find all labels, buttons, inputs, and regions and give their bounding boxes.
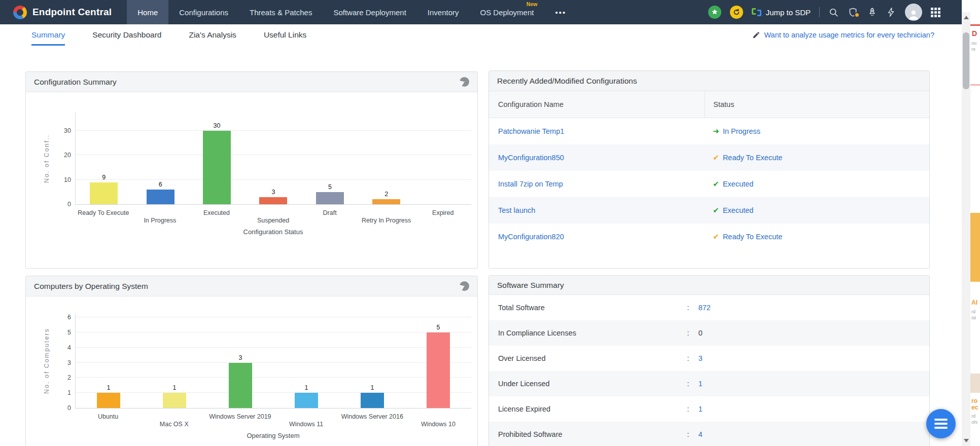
recent-configurations-rows: Patchowanie Temp1➜In ProgressMyConfigura… — [489, 118, 929, 250]
summary-colon: : — [687, 405, 689, 413]
side-panel-fragment: rd — [970, 414, 980, 419]
y-tick-label: 2 — [67, 374, 71, 381]
bar-value-label: 9 — [102, 174, 106, 181]
x-tick-label: Expired — [432, 209, 453, 216]
nav-item-inventory[interactable]: Inventory — [417, 0, 470, 24]
software-summary-rows: Total Software:872In Compliance Licenses… — [489, 295, 929, 446]
usage-metrics-link[interactable]: Want to analyze usage metrics for every … — [764, 31, 934, 39]
nav-item-os-deployment[interactable]: OS DeploymentNew — [470, 0, 545, 24]
bar-windows-10[interactable] — [427, 332, 450, 408]
summary-value[interactable]: 872 — [698, 304, 711, 312]
configuration-name-link[interactable]: MyConfiguration820 — [489, 233, 705, 241]
column-header-status: Status — [705, 91, 929, 118]
bars-layer: 113115 — [76, 313, 471, 408]
scrollbar-thumb[interactable] — [963, 32, 969, 89]
floating-menu-button[interactable] — [926, 409, 956, 438]
scrollbar-down-arrow[interactable] — [964, 439, 969, 442]
side-panel-fragment — [970, 24, 980, 26]
tab-useful-links[interactable]: Useful Links — [264, 24, 306, 46]
tab-security-dashboard[interactable]: Security Dashboard — [92, 24, 161, 46]
bar-windows-11[interactable] — [295, 393, 318, 408]
bar-suspended[interactable] — [259, 197, 287, 204]
summary-colon: : — [687, 354, 689, 362]
y-axis-title: No. of Computers — [43, 313, 50, 408]
top-navbar: Endpoint Central HomeConfigurationsThrea… — [0, 0, 962, 24]
summary-label: In Compliance Licenses — [489, 329, 687, 337]
summary-value[interactable]: 1 — [698, 380, 703, 388]
bar-draft[interactable] — [316, 192, 344, 204]
nav-item-software-deployment[interactable]: Software Deployment — [323, 0, 416, 24]
summary-colon: : — [687, 329, 689, 337]
summary-value[interactable]: 4 — [698, 430, 703, 438]
x-tick-label: Windows 10 — [421, 421, 456, 428]
page-scrollbar[interactable] — [962, 12, 970, 446]
search-icon[interactable] — [828, 7, 839, 18]
dashboard-tabbar: SummarySecurity DashboardZia's AnalysisU… — [0, 24, 962, 46]
bar-slot-executed: 30 — [189, 113, 245, 204]
status-text: In Progress — [723, 127, 760, 135]
rocket-icon[interactable] — [867, 7, 878, 18]
bar-value-label: 3 — [239, 354, 242, 361]
tab-summary[interactable]: Summary — [31, 24, 65, 46]
jump-to-sdp[interactable]: Jump to SDP — [752, 7, 811, 17]
status-cell: ✔Executed — [705, 179, 929, 189]
bar-retry-in-progress[interactable] — [372, 199, 400, 204]
plot-area: 01020309630352 — [75, 113, 471, 205]
nav-item-label: OS Deployment — [480, 8, 534, 17]
bar-value-label: 6 — [159, 181, 162, 188]
card-header: Configuration Summary — [26, 72, 477, 92]
bar-slot-ubuntu: 1 — [76, 313, 142, 408]
bar-mac-os-x[interactable] — [163, 393, 186, 408]
bar-windows-server-2019[interactable] — [229, 363, 252, 408]
bar-ready-to-execute[interactable] — [90, 182, 118, 204]
refresh-icon[interactable] — [730, 6, 743, 19]
y-tick-label: 10 — [64, 176, 71, 183]
bar-value-label: 5 — [437, 324, 440, 331]
clipped-side-panel: DoureAIrdistroecrdohi — [970, 0, 980, 446]
x-tick-label: Mac OS X — [160, 421, 189, 428]
side-panel-fragment: ist — [970, 315, 980, 320]
table-row: Test launch✔Executed — [489, 197, 929, 224]
configuration-name-link[interactable]: MyConfiguration850 — [489, 154, 705, 162]
apps-grid-icon[interactable] — [931, 8, 940, 17]
check-icon: ✔ — [713, 153, 719, 162]
user-avatar[interactable] — [905, 4, 922, 21]
side-panel-fragment: re — [970, 47, 980, 52]
configuration-name-link[interactable]: Install 7zip on Temp — [489, 180, 705, 188]
x-label-slot: In Progress — [132, 207, 189, 226]
summary-label: Prohibited Software — [489, 430, 687, 438]
navbar-actions: Jump to SDP — [708, 0, 962, 24]
column-header-configuration-name: Configuration Name — [489, 91, 705, 118]
pie-chart-toggle-icon[interactable] — [460, 281, 469, 291]
summary-label: Under Licensed — [489, 380, 687, 388]
status-text: Ready To Execute — [723, 233, 782, 241]
bar-ubuntu[interactable] — [97, 393, 120, 408]
summary-row: Total Software:872 — [489, 295, 929, 320]
tab-zia-s-analysis[interactable]: Zia's Analysis — [189, 24, 236, 46]
nav-item-home[interactable]: Home — [127, 0, 168, 24]
configuration-name-link[interactable]: Test launch — [489, 206, 705, 214]
nav-item-threats-patches[interactable]: Threats & Patches — [239, 0, 323, 24]
bar-executed[interactable] — [203, 131, 231, 204]
jump-to-sdp-label: Jump to SDP — [766, 8, 811, 17]
y-tick-label: 5 — [67, 329, 71, 336]
x-tick-label: In Progress — [144, 217, 176, 224]
summary-value[interactable]: 1 — [698, 405, 703, 413]
nav-item-configurations[interactable]: Configurations — [168, 0, 239, 24]
scrollbar-up-arrow[interactable] — [964, 16, 969, 19]
side-panel-fragment: ec — [970, 404, 980, 411]
nav-item-item[interactable]: ••• — [544, 0, 577, 24]
bar-value-label: 1 — [173, 384, 177, 391]
quick-actions-lightning-icon[interactable] — [886, 7, 896, 17]
community-star-icon[interactable] — [708, 6, 721, 19]
status-cell: ✔Ready To Execute — [705, 153, 929, 162]
pie-chart-toggle-icon[interactable] — [460, 77, 469, 87]
bar-in-progress[interactable] — [147, 190, 174, 204]
bar-slot-windows-11: 1 — [273, 313, 339, 408]
security-shield-icon[interactable] — [848, 7, 858, 18]
configuration-name-link[interactable]: Patchowanie Temp1 — [489, 127, 705, 135]
brand[interactable]: Endpoint Central — [0, 0, 127, 24]
summary-value[interactable]: 3 — [698, 354, 703, 362]
nav-item-label: Home — [137, 8, 158, 17]
bar-windows-server-2016[interactable] — [361, 393, 384, 408]
